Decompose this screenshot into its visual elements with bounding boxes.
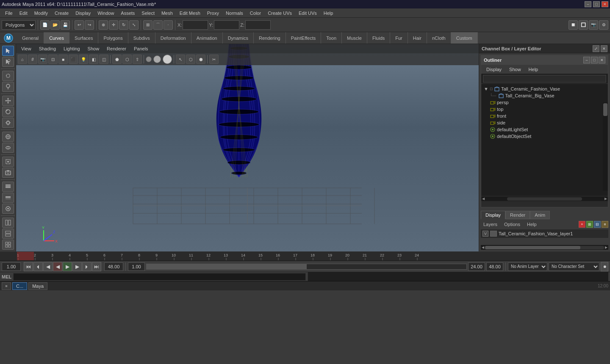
menu-select[interactable]: Select [138,8,158,17]
vp-wire-btn[interactable]: ⊡ [48,55,58,64]
outliner-item-lightset[interactable]: ▶ defaultLightSet [483,126,606,133]
vp-shadow-btn[interactable]: ◧ [89,55,98,64]
shelf-tab-fur[interactable]: Fur [390,32,408,44]
outliner-search[interactable] [483,75,606,83]
menu-proxy[interactable]: Proxy [204,8,222,17]
outliner-item-big-vase[interactable]: ▶ └─ Tall_Ceramic_Big_Vase [483,92,606,99]
cb-tab-display[interactable]: Display [481,211,505,219]
anim-layer-dropdown[interactable]: No Anim Layer [508,262,547,271]
outliner-menu-display[interactable]: Display [483,66,505,73]
maximize-button[interactable]: □ [593,1,600,7]
go-start-btn[interactable]: ⏮ [24,262,33,271]
menu-modify[interactable]: Modify [31,8,51,17]
shelf-tab-dynamics[interactable]: Dynamics [223,32,254,44]
layer-hscroll-track[interactable] [485,246,604,249]
toolbar-save-btn[interactable]: 💾 [61,20,70,30]
go-end-btn[interactable]: ⏭ [92,262,101,271]
cb-menu-help[interactable]: Help [524,221,539,228]
toolbar-snap-curve-btn[interactable]: ⌒ [153,20,163,30]
outliner-item-objectset[interactable]: ▶ defaultObjectSet [483,133,606,140]
menu-edit[interactable]: Edit [16,8,31,17]
outliner-item-front[interactable]: ▶ front [483,113,606,119]
vp-light-btn[interactable]: 💡 [79,55,88,64]
toolbar-render-btn[interactable]: 🔲 [568,20,578,30]
layer-hscroll-bar[interactable]: ◀ ▶ [481,245,608,250]
outliner-menu-help[interactable]: Help [525,66,542,73]
vp-home-btn[interactable]: ⌂ [18,55,27,64]
vp-subdiv-btn[interactable]: ⬡ [122,55,132,64]
menu-create-uvs[interactable]: Create UVs [264,8,295,17]
tool-lasso[interactable] [2,71,14,81]
range-bar-thumb[interactable] [147,264,307,269]
vp-solid-btn[interactable]: ■ [58,55,68,64]
shelf-tab-general[interactable]: General [17,32,44,44]
outliner-minimize-btn[interactable]: – [583,57,590,63]
tool-layout[interactable] [2,218,14,228]
toolbar-scale-btn[interactable]: ⤡ [129,20,139,30]
vp-menu-view[interactable]: View [18,45,35,52]
outliner-item-top[interactable]: ▶ top [483,106,606,113]
outliner-scroll-left[interactable]: ◀ [482,197,485,201]
shelf-tab-toon[interactable]: Toon [321,32,342,44]
taskbar-item-c[interactable]: C... [12,282,27,290]
tool-layer[interactable] [2,182,14,192]
playback-start-frame[interactable] [2,262,21,271]
toolbar-rotate-btn[interactable]: ↻ [119,20,128,30]
vp-select-mode2-btn[interactable]: ⬡ [186,55,195,64]
outliner-vscroll[interactable] [603,102,608,191]
range-bar[interactable] [146,264,467,270]
tool-layout3[interactable] [2,240,14,250]
menu-mesh[interactable]: Mesh [158,8,176,17]
vp-select-mode3-btn[interactable]: ⬢ [196,55,205,64]
tool-show-manip[interactable] [2,157,14,167]
shelf-tab-fluids[interactable]: Fluids [367,32,390,44]
vp-xray-btn[interactable]: ◫ [99,55,108,64]
vp-texture-btn[interactable]: ⬛ [69,55,78,64]
outliner-scroll-right[interactable]: ▶ [604,197,607,201]
outliner-item-persp[interactable]: ▶ persp [483,99,606,106]
tool-rotate[interactable] [2,107,14,117]
tool-snapshot[interactable] [2,168,14,178]
menu-color[interactable]: Color [247,8,264,17]
outliner-menu-show[interactable]: Show [506,66,524,73]
outliner-item-side[interactable]: ▶ side [483,119,606,126]
toolbar-ipr-btn[interactable]: 🔳 [579,20,588,30]
tool-universal-manip[interactable] [2,132,14,142]
toolbar-renderview-btn[interactable]: 📷 [589,20,598,30]
next-frame-btn[interactable]: ▶ [72,262,82,271]
menu-display[interactable]: Display [72,8,94,17]
toolbar-snap-point-btn[interactable]: · [164,20,173,30]
vp-menu-renderer[interactable]: Renderer [103,45,130,52]
mel-input[interactable] [13,273,306,281]
menu-edit-mesh[interactable]: Edit Mesh [176,8,204,17]
shelf-tab-subdivs[interactable]: Subdivs [128,32,155,44]
menu-assets[interactable]: Assets [117,8,138,17]
toolbar-move-btn[interactable]: ✛ [109,20,118,30]
play-forward-btn[interactable]: ▶ [63,262,72,271]
layer-hscroll-thumb[interactable] [485,246,580,249]
tool-move-select[interactable] [2,57,14,67]
shelf-tab-hair[interactable]: Hair [408,32,427,44]
autokey-btn[interactable]: ⏺ [601,262,608,271]
prev-frame-btn[interactable]: ◀ [43,262,53,271]
vp-menu-show[interactable]: Show [84,45,103,52]
outliner-item-root[interactable]: ▼ ⊡ Tall_Ceramic_Fashion_Vase [483,85,606,92]
vp-cam-btn[interactable]: 📷 [38,55,47,64]
range-start-field[interactable] [128,262,145,271]
tool-layer3[interactable] [2,204,14,214]
z-field[interactable] [245,20,271,30]
y-field[interactable] [214,20,239,30]
toolbar-select-btn[interactable]: ⊕ [99,20,108,30]
shelf-tab-polygons[interactable]: Polygons [98,32,128,44]
vp-menu-shading[interactable]: Shading [36,45,59,52]
taskbar-menu-btn[interactable]: ≡ [2,282,11,290]
toolbar-snap-grid-btn[interactable]: ⊞ [143,20,152,30]
menu-file[interactable]: File [2,8,16,17]
toolbar-redo-btn[interactable]: ↪ [85,20,94,30]
cb-menu-layers[interactable]: Layers [481,221,500,228]
cb-tab-render[interactable]: Render [505,211,530,219]
x-field[interactable] [183,20,208,30]
next-key-btn[interactable]: ⏵ [82,262,92,271]
tool-layout2[interactable] [2,229,14,239]
layer-option-btn1[interactable]: ⊞ [586,221,593,228]
